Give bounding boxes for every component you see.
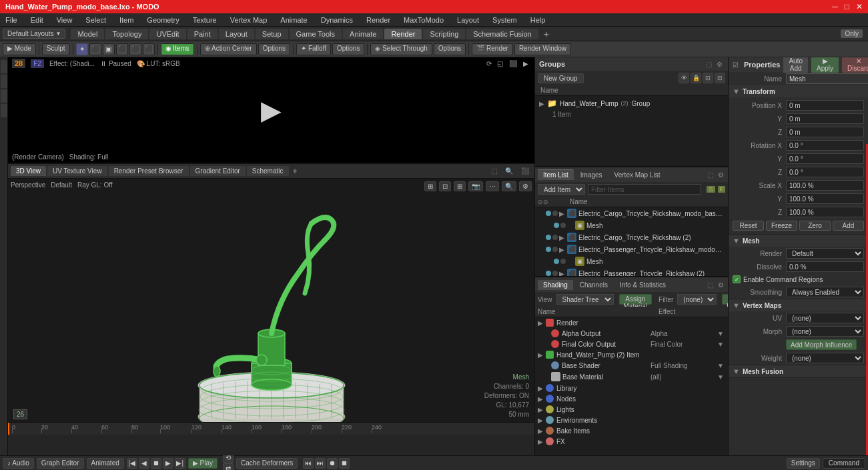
new-group-button[interactable]: New Group	[538, 73, 584, 83]
rotation-x-value[interactable]: 0.0 °	[786, 140, 864, 151]
shader-row-3[interactable]: ▶ Hand_Water_Pump (2) Item	[535, 349, 728, 360]
item-vis-3[interactable]	[546, 247, 551, 252]
pb-icon3[interactable]: ⏺	[327, 458, 338, 469]
scale-y-value[interactable]: 100.0 %	[786, 193, 864, 204]
groups-vis-icon3[interactable]: ⊡	[703, 73, 713, 83]
groups-vis-icon2[interactable]: 🔒	[691, 73, 701, 83]
audio-button[interactable]: ♪ Audio	[3, 458, 34, 469]
tab-topology[interactable]: Topology	[105, 29, 148, 39]
minimize-btn[interactable]: ─	[832, 2, 838, 11]
group-row-0[interactable]: ▶ 📁 Hand_Water_Pump (2) : Group	[536, 97, 727, 109]
menu-texture[interactable]: Texture	[190, 16, 220, 24]
tab-animate[interactable]: Animate	[343, 29, 383, 39]
layout-selector[interactable]: Default Layouts ▼	[3, 29, 65, 39]
render-ctrl3[interactable]: ⬛	[509, 60, 517, 67]
shader-row-10[interactable]: ▶ Bake Items	[535, 425, 728, 436]
transport-ping-btn[interactable]: ⇄	[223, 463, 234, 471]
settings-button[interactable]: Settings	[787, 458, 820, 469]
close-btn[interactable]: ✕	[856, 2, 863, 11]
item-vis-0[interactable]	[546, 211, 551, 216]
items-panel-settings[interactable]: ⚙	[716, 170, 725, 179]
graph-editor-button[interactable]: Graph Editor	[37, 458, 84, 469]
name-input[interactable]	[786, 73, 868, 84]
item-vis-4[interactable]	[554, 259, 559, 264]
groups-content[interactable]: ▶ 📁 Hand_Water_Pump (2) : Group 1 Item	[535, 96, 728, 166]
mode-button[interactable]: ▶ Mode	[3, 43, 36, 55]
vp-tab-3dview[interactable]: 3D View	[11, 166, 46, 176]
mesh-section-header[interactable]: ▼ Mesh	[729, 235, 868, 247]
menu-select[interactable]: Select	[83, 16, 109, 24]
menu-render[interactable]: Render	[364, 16, 393, 24]
vp-icon2[interactable]: 🔍	[502, 167, 516, 175]
menu-maxtomodo[interactable]: MaxToModo	[401, 16, 446, 24]
menu-help[interactable]: Help	[528, 16, 548, 24]
filter-items-input[interactable]: Filter Items	[588, 184, 701, 195]
item-vis2-0[interactable]	[552, 211, 558, 216]
position-x-value[interactable]: 0 m	[786, 100, 864, 111]
menu-layout[interactable]: Layout	[454, 16, 482, 24]
vp-ctrl-zoom[interactable]: ⊞	[454, 181, 466, 191]
menu-system[interactable]: System	[490, 16, 520, 24]
vp-tab-add[interactable]: +	[290, 167, 300, 176]
menu-dynamics[interactable]: Dynamics	[318, 16, 356, 24]
menu-view[interactable]: View	[54, 16, 75, 24]
dissolve-value[interactable]: 0.0 %	[786, 261, 864, 272]
options2-button[interactable]: Options	[332, 43, 364, 55]
tab-scripting[interactable]: Scripting	[423, 29, 465, 39]
freeze-button[interactable]: Freeze	[766, 221, 797, 231]
tool-icon3[interactable]: ⬛	[116, 43, 128, 55]
items-button[interactable]: ◉ Items	[161, 43, 194, 55]
transform-section-header[interactable]: ▼ Transform	[729, 85, 868, 97]
item-vis-5[interactable]	[546, 271, 551, 276]
menu-animate[interactable]: Animate	[278, 16, 310, 24]
shader-row-1[interactable]: Alpha Output Alpha ▼	[535, 328, 728, 339]
uv-select[interactable]: (none)	[786, 313, 864, 323]
tool-icon2[interactable]: ▣	[103, 43, 115, 55]
tool-icon5[interactable]: ⬛	[143, 43, 155, 55]
tab-paint[interactable]: Paint	[187, 29, 218, 39]
options1-button[interactable]: Options	[258, 43, 290, 55]
shader-row-4[interactable]: Base Shader Full Shading ▼	[535, 360, 728, 371]
item-row-1[interactable]: ▣ Mesh	[535, 219, 728, 231]
pb-icon4[interactable]: ⏹	[339, 458, 350, 469]
vp-tab-gradient[interactable]: Gradient Editor	[190, 166, 246, 176]
scale-z-value[interactable]: 100.0 %	[786, 207, 864, 217]
tab-uvedit[interactable]: UVEdit	[149, 29, 185, 39]
cache-deformers-button[interactable]: Cache Deformers	[236, 458, 298, 469]
item-row-5[interactable]: ▶ ⬛ Electric_Passenger_Tricycle_Rickshaw…	[535, 267, 728, 276]
tab-layout[interactable]: Layout	[219, 29, 254, 39]
menu-vertex-map[interactable]: Vertex Map	[228, 16, 270, 24]
titlebar-controls[interactable]: ─ □ ✕	[832, 2, 863, 11]
rotation-z-value[interactable]: 0.0 °	[786, 167, 864, 177]
render-ctrl4[interactable]: ▶	[523, 60, 528, 67]
menu-edit[interactable]: Edit	[28, 16, 46, 24]
animated-button[interactable]: Animated	[87, 458, 124, 469]
shading-tab-infostats[interactable]: Info & Statistics	[614, 280, 671, 290]
falloff-button[interactable]: ✦ Falloff	[296, 43, 331, 55]
tab-render[interactable]: Render	[384, 29, 422, 39]
options3-button[interactable]: Options	[434, 43, 466, 55]
render-ctrl2[interactable]: ◱	[497, 60, 503, 67]
vp-tab-renderpreset[interactable]: Render Preset Browser	[109, 166, 189, 176]
item-row-3[interactable]: ▶ ⬛ Electric_Passenger_Tricycle_Rickshaw…	[535, 243, 728, 255]
tab-add-btn[interactable]: +	[540, 29, 553, 39]
vp-icon3[interactable]: ⬛	[518, 167, 532, 175]
threed-view[interactable]: Perspective Default Ray GL: Off ⊞ ⊡ ⊞ 📷 …	[8, 179, 534, 422]
shader-row-6[interactable]: ▶ Library	[535, 383, 728, 393]
play-button[interactable]: ▶ Play	[188, 458, 218, 469]
items-content[interactable]: ▶ ⬛ Electric_Cargo_Tricycle_Rickshaw_mod…	[535, 207, 728, 276]
item-vis2-4[interactable]	[560, 259, 566, 264]
add-item-select[interactable]: Add Item	[538, 184, 585, 195]
rotation-y-value[interactable]: 0.0 °	[786, 153, 864, 164]
vp-tab-uvtexture[interactable]: UV Texture View	[47, 166, 107, 176]
discard-button[interactable]: ✕ Discard	[841, 57, 868, 73]
items-panel-expand[interactable]: ⬚	[705, 170, 715, 179]
shader-row-0[interactable]: ▶ Render	[535, 317, 728, 328]
filter-select[interactable]: (none)	[677, 294, 717, 305]
shader-row-2[interactable]: Final Color Output Final Color ▼	[535, 339, 728, 349]
zero-button[interactable]: Zero	[799, 221, 831, 231]
shader-tree-select[interactable]: Shader Tree	[556, 294, 614, 305]
tab-gametools[interactable]: Game Tools	[290, 29, 342, 39]
shading-content[interactable]: ▶ Render Alpha Output Alpha ▼	[535, 317, 728, 455]
shading-panel-expand[interactable]: ⬚	[705, 280, 715, 289]
